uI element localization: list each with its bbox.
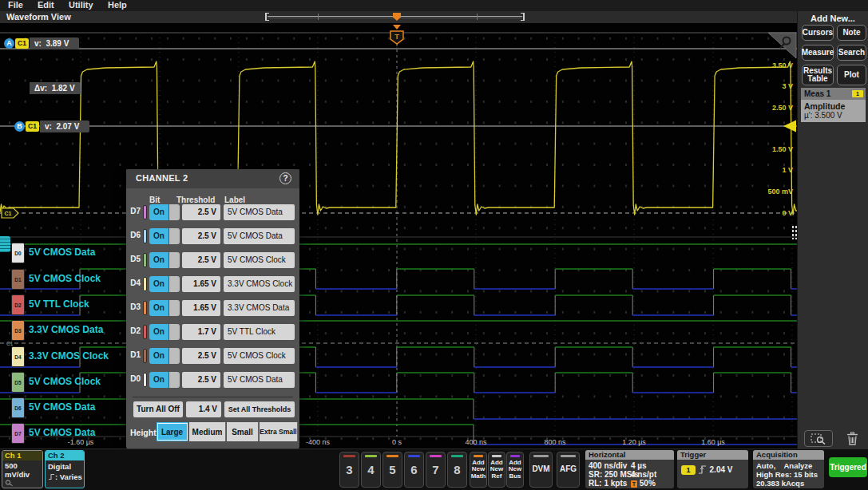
- bit-threshold-field[interactable]: 2.5 V: [182, 348, 220, 364]
- channel-8-button[interactable]: 8: [447, 452, 467, 488]
- menu-item-edit[interactable]: Edit: [33, 0, 59, 11]
- bit-label-field[interactable]: 3.3V CMOS Clock: [224, 276, 295, 292]
- cursor-a-readout[interactable]: v: 3.89 V: [30, 38, 79, 49]
- measurement-value: Amplitude µ': 3.500 V: [801, 100, 866, 122]
- menu-item-utility[interactable]: Utility: [64, 0, 98, 11]
- digital-group-handle[interactable]: [0, 236, 10, 252]
- settings-bar: Ch 1 500 mV/div 100 MHz Ch 2 Digital : V…: [0, 449, 868, 490]
- bit-color-chip: [143, 205, 147, 219]
- bit-on-toggle[interactable]: On: [149, 228, 168, 244]
- dvm-button[interactable]: DVM: [529, 452, 553, 488]
- panel-resize-handle[interactable]: [791, 225, 797, 239]
- trigger-panel[interactable]: Trigger 1 2.04 V: [677, 450, 748, 488]
- channel-3-button[interactable]: 3: [339, 452, 359, 488]
- afg-button[interactable]: AFG: [557, 452, 580, 488]
- bit-on-toggle[interactable]: On: [149, 348, 168, 364]
- minimap-right-bracket[interactable]: [521, 13, 525, 21]
- waveform-plot[interactable]: 4 V3.50 V3 V2.50 V1.50 V1 V500 mV0 V-1.6…: [0, 24, 797, 449]
- turn-all-off-button[interactable]: Turn All Off: [133, 401, 183, 417]
- add-new-plot-button[interactable]: Plot: [837, 65, 866, 85]
- digital-channel-label: 5V TTL Clock: [29, 298, 89, 310]
- minimap-left-bracket[interactable]: [265, 13, 269, 21]
- measurement-badge[interactable]: Meas 1 1 Amplitude µ': 3.500 V: [801, 88, 866, 122]
- dialog-title: CHANNEL 2: [136, 173, 188, 183]
- add-new-math-button[interactable]: AddNewMath: [470, 452, 487, 488]
- height-option-extra-small[interactable]: Extra Small: [260, 422, 298, 441]
- bit-label-field[interactable]: 5V CMOS Clock: [224, 252, 295, 268]
- bit-on-toggle[interactable]: On: [149, 252, 168, 268]
- bit-label-field[interactable]: 3.3V CMOS Data: [224, 300, 295, 316]
- bit-name: D2: [128, 326, 141, 335]
- trash-button[interactable]: [842, 430, 862, 447]
- bit-toggle-knob[interactable]: [169, 252, 180, 268]
- height-option-small[interactable]: Small: [227, 422, 259, 441]
- bit-toggle-knob[interactable]: [169, 348, 180, 364]
- add-new-measure-button[interactable]: Measure: [802, 45, 834, 61]
- help-icon[interactable]: ?: [279, 172, 291, 184]
- set-all-thresholds-button[interactable]: Set All Thresholds: [224, 401, 295, 417]
- cursor-b-readout[interactable]: v: 2.07 V: [40, 121, 89, 132]
- waveform-view-tab-bar: Waveform View: [0, 11, 797, 24]
- bit-threshold-field[interactable]: 2.5 V: [182, 252, 220, 268]
- height-option-medium[interactable]: Medium: [189, 422, 226, 441]
- bit-on-toggle[interactable]: On: [149, 300, 168, 316]
- add-new-note-button[interactable]: Note: [837, 25, 866, 41]
- bit-toggle-knob[interactable]: [169, 324, 180, 340]
- bit-label-field[interactable]: 5V TTL Clock: [224, 324, 295, 340]
- cursor-b-badge[interactable]: B: [14, 121, 25, 132]
- bit-label-field[interactable]: 5V CMOS Data: [224, 228, 295, 244]
- bit-label-field[interactable]: 5V CMOS Clock: [224, 348, 295, 364]
- add-new-ref-button[interactable]: AddNewRef: [488, 452, 505, 488]
- bit-toggle-knob[interactable]: [169, 204, 180, 220]
- channel2-dialog: CHANNEL 2 ? Bit Threshold Label D7On2.5 …: [126, 169, 299, 449]
- channel-4-button[interactable]: 4: [361, 452, 381, 488]
- bit-threshold-field[interactable]: 2.5 V: [182, 204, 220, 220]
- bit-threshold-field[interactable]: 1.65 V: [182, 276, 220, 292]
- height-option-large[interactable]: Large: [157, 422, 188, 441]
- menu-item-file[interactable]: File: [3, 0, 28, 11]
- svg-text:3 V: 3 V: [782, 82, 793, 90]
- channel-stripe: [408, 455, 420, 457]
- menu-item-help[interactable]: Help: [103, 0, 132, 11]
- minimap-trigger-marker[interactable]: [393, 13, 401, 21]
- channel1-badge[interactable]: Ch 1 500 mV/div 100 MHz: [2, 450, 43, 488]
- bit-label-field[interactable]: 5V CMOS Data: [224, 372, 295, 388]
- dialog-header[interactable]: CHANNEL 2 ?: [126, 169, 299, 188]
- bit-threshold-field[interactable]: 1.65 V: [182, 300, 220, 316]
- cursor-b-source-badge[interactable]: C1: [26, 121, 39, 132]
- bit-toggle-knob[interactable]: [169, 300, 180, 316]
- horizontal-pan-zoom-minimap[interactable]: [265, 13, 525, 21]
- zoom-select-button[interactable]: [804, 430, 833, 447]
- add-new-results-table-button[interactable]: Results Table: [802, 65, 834, 85]
- channel2-name: Ch 2: [46, 451, 84, 460]
- add-new-cursors-button[interactable]: Cursors: [802, 25, 834, 41]
- waveform-view-tab[interactable]: Waveform View: [6, 12, 71, 22]
- acquisition-panel[interactable]: Acquisition Auto, Analyze High Res: 15 b…: [753, 450, 824, 488]
- zoom-select-icon: [811, 433, 826, 445]
- digital-channel-label: 5V CMOS Data: [29, 427, 95, 438]
- bit-threshold-field[interactable]: 2.5 V: [182, 228, 220, 244]
- bit-on-toggle[interactable]: On: [149, 324, 168, 340]
- bit-label-field[interactable]: 5V CMOS Data: [224, 204, 295, 220]
- trigger-level: 2.04 V: [710, 465, 733, 474]
- add-new-search-button[interactable]: Search: [837, 45, 866, 61]
- bit-toggle-knob[interactable]: [169, 276, 180, 292]
- bit-toggle-knob[interactable]: [169, 372, 180, 388]
- channel-5-button[interactable]: 5: [382, 452, 402, 488]
- cursor-a-badge[interactable]: A: [4, 38, 14, 49]
- bit-threshold-field[interactable]: 2.5 V: [182, 372, 220, 388]
- bit-on-toggle[interactable]: On: [149, 204, 168, 220]
- bit-on-toggle[interactable]: On: [149, 276, 168, 292]
- all-threshold-field[interactable]: 1.4 V: [186, 401, 221, 417]
- triggered-status: Triggered: [829, 457, 867, 477]
- add-new-bus-button[interactable]: AddNewBus: [506, 452, 524, 488]
- bit-toggle-knob[interactable]: [169, 228, 180, 244]
- channel-6-button[interactable]: 6: [404, 452, 424, 488]
- bit-on-toggle[interactable]: On: [149, 372, 168, 388]
- channel2-badge[interactable]: Ch 2 Digital : Varies: [45, 450, 85, 488]
- channel-7-button[interactable]: 7: [426, 452, 446, 488]
- horizontal-panel[interactable]: Horizontal 400 ns/div 4 µs SR: 250 MS/s …: [585, 450, 674, 488]
- add-stripe: [492, 455, 501, 457]
- bit-threshold-field[interactable]: 1.7 V: [182, 324, 220, 340]
- cursor-a-source-badge[interactable]: C1: [15, 38, 29, 49]
